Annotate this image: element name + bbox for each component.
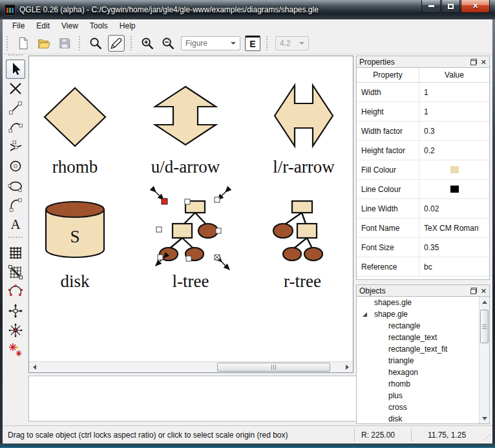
menu-tools[interactable]: Tools <box>84 20 114 32</box>
minimize-button[interactable] <box>421 0 441 13</box>
scrollbar-thumb[interactable] <box>217 363 330 372</box>
edit-mode-button[interactable] <box>108 35 125 52</box>
perspective-tool-icon <box>8 342 23 357</box>
menu-view[interactable]: View <box>56 20 84 32</box>
grid-tool[interactable] <box>6 243 25 262</box>
float-panel-icon[interactable] <box>470 59 477 65</box>
drawing-canvas[interactable]: rhomb u/d-arrow l/r-arrow S <box>28 56 353 373</box>
status-message: Drag to scale object (ctrl locks aspect … <box>3 431 354 440</box>
delete-tool[interactable] <box>6 79 25 98</box>
property-value[interactable]: TeX CM Roman <box>419 219 489 237</box>
canvas-horizontal-scrollbar[interactable] <box>29 361 353 372</box>
canvas-area[interactable]: rhomb u/d-arrow l/r-arrow S <box>29 56 353 361</box>
property-column-header: Property <box>357 68 419 82</box>
shape-r-tree[interactable]: r-tree <box>273 201 322 291</box>
shape-ud-arrow[interactable]: u/d-arrow <box>151 87 220 176</box>
curve-tool[interactable] <box>6 118 25 137</box>
pointer-mode-button[interactable] <box>87 35 104 52</box>
property-value[interactable] <box>419 180 489 198</box>
select-tool[interactable] <box>6 59 25 79</box>
objects-tree: shapes.gleshape.glerectanglerectangle_te… <box>356 297 490 424</box>
rotate-tool[interactable] <box>6 282 25 301</box>
tree-item-hexagon[interactable]: hexagon <box>357 367 489 378</box>
maximize-button[interactable] <box>441 0 460 13</box>
property-value[interactable]: 0.35 <box>419 238 489 257</box>
properties-panel-title: Properties <box>359 58 470 67</box>
property-value[interactable]: bc <box>419 257 489 276</box>
color-swatch[interactable] <box>450 186 459 193</box>
properties-panel-titlebar[interactable]: Properties ✕ <box>356 56 490 68</box>
objects-panel-title: Objects <box>359 286 470 295</box>
tree-expanded-icon[interactable] <box>363 312 367 317</box>
r-tree-label: r-tree <box>284 272 321 291</box>
tree-item-plus[interactable]: plus <box>357 390 489 401</box>
line-tool[interactable] <box>6 98 25 118</box>
shape-lr-arrow[interactable]: l/r-arrow <box>273 85 335 176</box>
property-value[interactable]: 1 <box>419 83 489 101</box>
property-value[interactable]: 0.3 <box>419 122 489 140</box>
shape-l-tree[interactable]: l-tree <box>160 201 218 291</box>
property-row: Fill Colour <box>357 160 489 180</box>
scroll-down-button[interactable] <box>479 413 489 423</box>
objects-vertical-scrollbar[interactable] <box>479 297 489 423</box>
circle-tool[interactable] <box>6 156 25 176</box>
property-row: Height1 <box>357 102 489 122</box>
tree-item-cross[interactable]: cross <box>357 401 489 413</box>
perspective-tool[interactable] <box>6 340 25 359</box>
toolbar-handle <box>79 36 83 50</box>
resize-grip-icon[interactable]: ⋰ <box>482 429 492 442</box>
scrollbar-thumb[interactable] <box>480 310 489 343</box>
equation-button[interactable]: E <box>245 36 260 51</box>
color-swatch[interactable] <box>450 166 459 173</box>
property-name: Fill Colour <box>357 160 419 179</box>
ellipse-tool[interactable] <box>6 176 25 195</box>
spline-tool[interactable] <box>6 137 25 156</box>
tree-item-rectangle-text[interactable]: rectangle_text <box>357 332 489 343</box>
close-panel-icon[interactable]: ✕ <box>481 288 487 294</box>
tree-item-rhomb[interactable]: rhomb <box>357 378 489 390</box>
shape-rhomb[interactable]: rhomb <box>45 88 105 176</box>
tree-item-shapes-gle[interactable]: shapes.gle <box>357 297 489 308</box>
arrow-right-icon <box>346 365 349 370</box>
property-value[interactable]: 1 <box>419 102 489 121</box>
tree-item-rectangle[interactable]: rectangle <box>357 320 489 332</box>
scale-tool[interactable] <box>6 321 25 340</box>
toolbar-handle <box>8 54 23 58</box>
objects-panel-titlebar[interactable]: Objects ✕ <box>356 284 490 297</box>
tree-item-shape-gle[interactable]: shape.gle <box>357 308 489 320</box>
zoom-out-icon <box>161 36 175 50</box>
close-button[interactable]: ✕ <box>461 0 490 13</box>
float-panel-icon[interactable] <box>470 288 477 294</box>
toolbar-handle <box>6 36 10 50</box>
console-output[interactable] <box>28 376 357 421</box>
shape-disk[interactable]: S disk <box>46 202 104 291</box>
property-value[interactable]: 0.02 <box>419 199 489 218</box>
grid-snap-tool[interactable] <box>6 262 25 282</box>
scroll-left-button[interactable] <box>29 362 40 372</box>
property-value[interactable]: 0.2 <box>419 141 489 160</box>
save-icon <box>58 36 72 50</box>
title-bar[interactable]: QGLE 0.26 (alpha) - C:/Cygwin/home/jan/g… <box>0 0 495 19</box>
zoom-out-button[interactable] <box>160 35 176 52</box>
property-name: Font Name <box>357 219 419 237</box>
menu-edit[interactable]: Edit <box>30 20 56 32</box>
tree-item-rectangle-text-fit[interactable]: rectangle_text_fit <box>357 343 489 355</box>
new-file-button[interactable] <box>15 35 32 52</box>
move-tool[interactable] <box>6 301 25 321</box>
menu-help[interactable]: Help <box>114 20 142 32</box>
scroll-right-button[interactable] <box>342 362 353 372</box>
menu-file[interactable]: File <box>6 20 30 32</box>
property-row: Line Width0.02 <box>357 199 489 219</box>
zoom-level-dropdown[interactable]: Figure <box>181 36 240 50</box>
close-panel-icon[interactable]: ✕ <box>481 59 487 65</box>
value-column-header: Value <box>419 68 489 82</box>
open-file-button[interactable] <box>36 35 52 52</box>
property-name: Font Size <box>357 238 419 257</box>
text-tool[interactable]: A <box>6 215 25 234</box>
arc-tool[interactable] <box>6 195 25 215</box>
property-value[interactable] <box>419 160 489 179</box>
scroll-up-button[interactable] <box>479 297 489 307</box>
zoom-in-button[interactable] <box>139 35 156 52</box>
tree-item-triangle[interactable]: triangle <box>357 355 489 367</box>
tree-item-disk[interactable]: disk <box>357 413 489 424</box>
